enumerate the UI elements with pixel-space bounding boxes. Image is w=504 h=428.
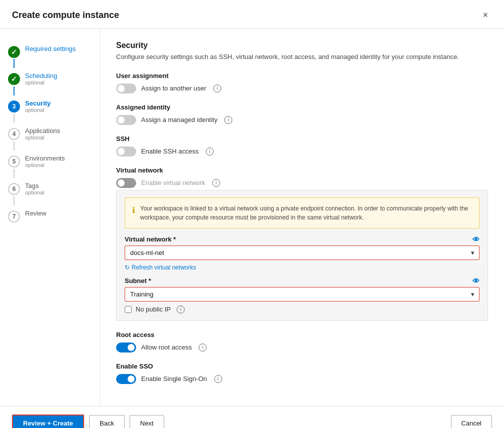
virtual-network-toggle-row: Enable virtual network i bbox=[116, 178, 488, 188]
sidebar-item-required-settings[interactable]: ✓ Required settings bbox=[0, 41, 100, 59]
cancel-button[interactable]: Cancel bbox=[451, 415, 492, 428]
sidebar-sublabel-security: optional bbox=[25, 107, 51, 113]
assign-identity-slider bbox=[116, 115, 136, 125]
ssh-info-icon[interactable]: i bbox=[206, 148, 214, 156]
dialog-title: Create compute instance bbox=[12, 10, 119, 20]
assign-identity-toggle[interactable] bbox=[116, 115, 136, 125]
sso-group: Enable SSO Enable Single Sign-On i bbox=[116, 362, 488, 384]
assigned-identity-group: Assigned identity Assign a managed ident… bbox=[116, 104, 488, 125]
section-desc: Configure security settings such as SSH,… bbox=[116, 52, 488, 62]
subnet-dropdown-wrapper: Training ▾ bbox=[125, 287, 479, 302]
vnet-eye-icon[interactable]: 👁 bbox=[472, 236, 479, 244]
ssh-toggle-label: Enable SSH access bbox=[141, 148, 199, 155]
ssh-group: SSH Enable SSH access i bbox=[116, 135, 488, 156]
enable-vnet-info-icon[interactable]: i bbox=[212, 179, 220, 187]
root-access-toggle[interactable] bbox=[116, 342, 136, 352]
ssh-toggle[interactable] bbox=[116, 146, 136, 156]
vnet-dropdown-label: Virtual network * 👁 bbox=[125, 236, 479, 244]
create-compute-dialog: Create compute instance × ✓ Required set… bbox=[0, 0, 504, 428]
no-public-ip-info-icon[interactable]: i bbox=[177, 306, 185, 314]
info-box-icon: ℹ bbox=[132, 204, 135, 222]
subnet-dropdown-label: Subnet * 👁 bbox=[125, 277, 479, 285]
next-button[interactable]: Next bbox=[130, 415, 164, 428]
step-indicator-6: 6 bbox=[8, 183, 20, 195]
ssh-row: Enable SSH access i bbox=[116, 146, 488, 156]
dialog-body: ✓ Required settings ✓ Scheduling optiona… bbox=[0, 29, 504, 406]
user-assignment-group: User assignment Assign to another user i bbox=[116, 72, 488, 94]
assign-user-slider bbox=[116, 84, 136, 94]
no-public-ip-label: No public IP bbox=[136, 306, 171, 313]
dialog-header: Create compute instance × bbox=[0, 0, 504, 29]
refresh-icon: ↻ bbox=[125, 264, 130, 271]
subnet-dropdown-container: Subnet * 👁 Training ▾ bbox=[125, 277, 479, 302]
sidebar-sublabel-tags: optional bbox=[25, 190, 45, 196]
sso-toggle-label: Enable Single Sign-On bbox=[141, 375, 207, 382]
back-button[interactable]: Back bbox=[89, 415, 125, 428]
review-create-button[interactable]: Review + Create bbox=[12, 414, 84, 428]
step-indicator-1: ✓ bbox=[8, 46, 20, 58]
user-assignment-row: Assign to another user i bbox=[116, 84, 488, 94]
sidebar-item-tags[interactable]: 6 Tags optional bbox=[0, 178, 100, 196]
step-indicator-5: 5 bbox=[8, 156, 20, 168]
sidebar-label-tags: Tags bbox=[25, 182, 45, 190]
assign-identity-info-icon[interactable]: i bbox=[224, 116, 232, 124]
sidebar-connector-5 bbox=[14, 169, 15, 178]
step-indicator-7: 7 bbox=[8, 210, 20, 222]
virtual-network-group: Virtual network Enable virtual network i… bbox=[116, 166, 488, 321]
step-indicator-4: 4 bbox=[8, 128, 20, 140]
sidebar-sublabel-scheduling: optional bbox=[25, 80, 57, 86]
sidebar: ✓ Required settings ✓ Scheduling optiona… bbox=[0, 29, 100, 406]
sidebar-label-environments: Environments bbox=[25, 154, 65, 162]
assign-identity-toggle-label: Assign a managed identity bbox=[141, 116, 217, 124]
sso-info-icon[interactable]: i bbox=[214, 375, 222, 383]
sidebar-label-required: Required settings bbox=[25, 45, 76, 52]
sidebar-sublabel-environments: optional bbox=[25, 162, 65, 168]
sso-label: Enable SSO bbox=[116, 362, 488, 370]
enable-vnet-label: Enable virtual network bbox=[141, 179, 205, 186]
root-access-info-icon[interactable]: i bbox=[199, 344, 207, 352]
sidebar-label-scheduling: Scheduling bbox=[25, 72, 57, 80]
subnet-eye-icon[interactable]: 👁 bbox=[472, 277, 479, 285]
sidebar-item-environments[interactable]: 5 Environments optional bbox=[0, 150, 100, 169]
sidebar-item-security[interactable]: 3 Security optional bbox=[0, 96, 100, 114]
root-access-label: Root access bbox=[116, 331, 488, 338]
step-indicator-3: 3 bbox=[8, 100, 20, 112]
vnet-dropdown-wrapper: docs-ml-net ▾ bbox=[125, 246, 479, 260]
sso-toggle[interactable] bbox=[116, 374, 136, 384]
sidebar-connector-1 bbox=[14, 59, 15, 68]
ssh-slider bbox=[116, 146, 136, 156]
refresh-vnet-link[interactable]: ↻ Refresh virtual networks bbox=[125, 264, 479, 271]
main-content: Security Configure security settings suc… bbox=[100, 29, 504, 406]
enable-vnet-toggle[interactable] bbox=[116, 178, 136, 188]
step-indicator-2: ✓ bbox=[8, 73, 20, 85]
sidebar-sublabel-applications: optional bbox=[25, 134, 60, 140]
ssh-label: SSH bbox=[116, 135, 488, 142]
vnet-dropdown-container: Virtual network * 👁 docs-ml-net ▾ bbox=[125, 236, 479, 260]
sidebar-item-scheduling[interactable]: ✓ Scheduling optional bbox=[0, 68, 100, 86]
info-box: ℹ Your workspace is linked to a virtual … bbox=[125, 198, 479, 228]
user-assignment-label: User assignment bbox=[116, 72, 488, 80]
sidebar-label-review: Review bbox=[25, 210, 47, 217]
sidebar-label-security: Security bbox=[25, 100, 51, 107]
sidebar-connector-2 bbox=[14, 86, 15, 96]
assign-user-toggle[interactable] bbox=[116, 84, 136, 94]
close-button[interactable]: × bbox=[478, 8, 492, 22]
assigned-identity-label: Assigned identity bbox=[116, 104, 488, 111]
vnet-dropdown[interactable]: docs-ml-net bbox=[125, 246, 479, 260]
root-access-slider bbox=[116, 342, 136, 352]
subnet-dropdown[interactable]: Training bbox=[125, 287, 479, 302]
sidebar-label-applications: Applications bbox=[25, 127, 60, 134]
no-public-ip-row: No public IP i bbox=[125, 306, 479, 314]
assign-user-label: Assign to another user bbox=[141, 84, 206, 92]
root-access-toggle-label: Allow root access bbox=[141, 344, 192, 351]
sidebar-item-applications[interactable]: 4 Applications optional bbox=[0, 123, 100, 142]
sso-row: Enable Single Sign-On i bbox=[116, 374, 488, 384]
enable-vnet-slider bbox=[116, 178, 136, 188]
sidebar-connector-4 bbox=[14, 142, 15, 150]
assign-user-info-icon[interactable]: i bbox=[213, 84, 221, 92]
sidebar-connector-6 bbox=[14, 196, 15, 206]
no-public-ip-checkbox[interactable] bbox=[125, 306, 132, 313]
root-access-group: Root access Allow root access i bbox=[116, 331, 488, 352]
section-title: Security bbox=[116, 41, 488, 50]
sidebar-item-review[interactable]: 7 Review bbox=[0, 206, 100, 224]
